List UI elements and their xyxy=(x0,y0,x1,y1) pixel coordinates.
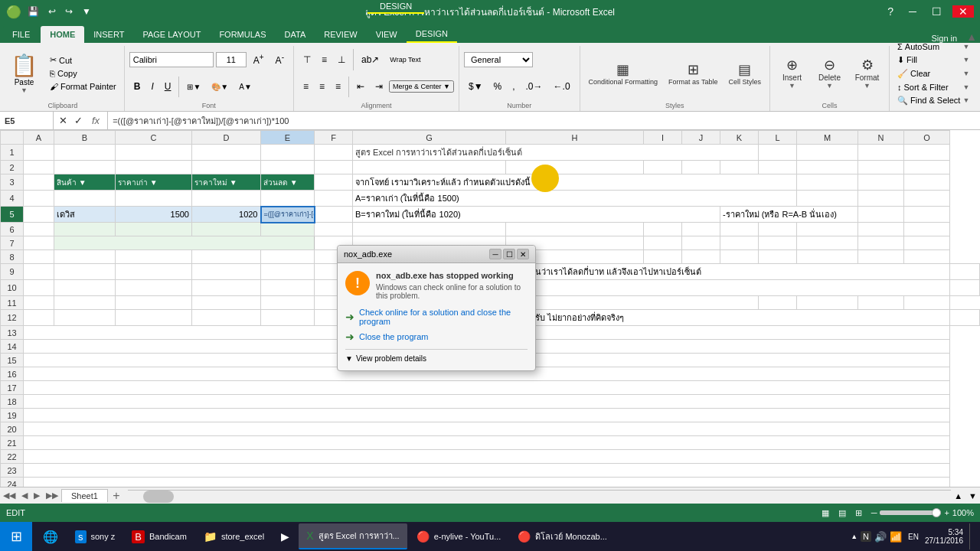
close-btn[interactable]: ✕ xyxy=(952,5,974,18)
redo-btn[interactable]: ↪ xyxy=(62,5,76,18)
dialog-minimize-btn[interactable]: ─ xyxy=(489,249,501,259)
col-header-k[interactable]: K xyxy=(720,131,759,145)
cell-f3[interactable] xyxy=(315,174,353,191)
cell-e3[interactable]: ส่วนลด ▼ xyxy=(261,174,315,191)
cell-i8[interactable] xyxy=(644,250,682,264)
col-header-g[interactable]: G xyxy=(353,131,506,145)
cell-l7[interactable] xyxy=(759,236,797,250)
dialog-link-2[interactable]: ➜ Close the program xyxy=(345,331,528,343)
scroll-sheets-right[interactable]: ▶▶ xyxy=(43,491,61,500)
cell-n7[interactable] xyxy=(858,236,904,250)
taskbar-item-excel[interactable]: X สูตร Excel การหาว่า... xyxy=(299,523,407,549)
dialog-footer[interactable]: ▼ View problem details xyxy=(345,354,528,363)
cell-e1[interactable] xyxy=(261,145,315,161)
cell-m2[interactable] xyxy=(797,161,858,174)
cut-button[interactable]: ✂ Cut xyxy=(47,54,119,67)
view-normal-btn[interactable]: ▦ xyxy=(822,508,829,518)
view-layout-btn[interactable]: ▤ xyxy=(838,508,846,518)
cell-c12[interactable] xyxy=(116,310,192,326)
tab-view[interactable]: VIEW xyxy=(367,26,407,43)
cell-c9[interactable] xyxy=(116,264,192,280)
conditional-formatting-btn[interactable]: ▦ Conditional Formatting xyxy=(585,60,662,86)
cell-o6[interactable] xyxy=(904,223,950,236)
cell-a3[interactable] xyxy=(24,174,54,191)
cell-c1[interactable] xyxy=(116,145,192,161)
cell-d8[interactable] xyxy=(192,250,261,264)
comma-btn[interactable]: , xyxy=(508,79,519,94)
name-box[interactable]: E5 xyxy=(0,112,54,129)
cell-h6[interactable] xyxy=(506,223,644,236)
format-btn[interactable]: ⚙ Format ▼ xyxy=(850,60,884,86)
tab-data[interactable]: DATA xyxy=(276,26,315,43)
dialog-restore-btn[interactable]: ☐ xyxy=(503,249,515,259)
taskbar-item-media[interactable]: ▶ xyxy=(273,523,297,549)
col-header-e[interactable]: E xyxy=(261,131,315,145)
customize-quick-btn[interactable]: ▼ xyxy=(79,5,94,18)
cell-f6[interactable] xyxy=(315,223,353,236)
cell-e8[interactable] xyxy=(261,250,315,264)
cell-d6[interactable] xyxy=(192,223,261,236)
cell-a11[interactable] xyxy=(24,296,54,310)
border-btn[interactable]: ⊞▼ xyxy=(182,80,205,93)
cell-m8[interactable] xyxy=(797,250,858,264)
cell-d4[interactable] xyxy=(192,191,261,207)
cell-l2[interactable] xyxy=(759,161,797,174)
cell-d3[interactable]: ราคาใหม่ ▼ xyxy=(192,174,261,191)
cell-l1[interactable] xyxy=(759,145,797,161)
align-top-btn[interactable]: ⊤ xyxy=(299,52,315,67)
zoom-in-btn[interactable]: + xyxy=(944,508,949,517)
decrease-decimal-btn[interactable]: ←.0 xyxy=(549,79,575,94)
cell-o11[interactable] xyxy=(904,296,950,310)
cell-d11[interactable] xyxy=(192,296,261,310)
speaker-icon[interactable]: 🔊 xyxy=(874,531,887,543)
up-arrow-icon[interactable]: ▲ xyxy=(851,533,858,540)
number-format-select[interactable]: General Number Currency Percentage xyxy=(464,52,533,67)
tab-design[interactable]: DESIGN xyxy=(407,26,457,43)
cell-m11[interactable] xyxy=(797,296,858,310)
cell-i2[interactable] xyxy=(644,161,682,174)
cell-k8[interactable] xyxy=(720,250,759,264)
scroll-sheets-left[interactable]: ◀◀ xyxy=(0,491,18,500)
align-center-btn[interactable]: ≡ xyxy=(315,79,329,94)
bold-btn[interactable]: B xyxy=(129,79,145,94)
cell-k5[interactable]: -ราคาใหม่ (หรือ R=A-B นั่นเอง) xyxy=(720,207,858,223)
cell-c8[interactable] xyxy=(116,250,192,264)
increase-decimal-btn[interactable]: .0→ xyxy=(521,79,547,94)
cell-b5[interactable]: เดวิส xyxy=(54,207,116,223)
clear-btn[interactable]: 🧹 Clear ▼ xyxy=(894,67,972,80)
cell-b12[interactable] xyxy=(54,310,116,326)
col-header-m[interactable]: M xyxy=(797,131,858,145)
italic-btn[interactable]: I xyxy=(146,79,158,94)
cell-n11[interactable] xyxy=(858,296,904,310)
cell-e6[interactable] xyxy=(261,223,315,236)
align-middle-btn[interactable]: ≡ xyxy=(317,52,332,67)
cell-d12[interactable] xyxy=(192,310,261,326)
cell-i6[interactable] xyxy=(644,223,682,236)
delete-btn[interactable]: ⊖ Delete ▼ xyxy=(812,60,847,86)
show-desktop-btn[interactable] xyxy=(969,523,974,549)
cell-f1[interactable] xyxy=(315,145,353,161)
cell-k2[interactable] xyxy=(720,161,759,174)
cell-styles-btn[interactable]: ▤ Cell Styles xyxy=(724,60,765,86)
cell-g2[interactable] xyxy=(353,161,506,174)
cell-c2[interactable] xyxy=(116,161,192,174)
cell-m7[interactable] xyxy=(797,236,858,250)
taskbar-item-sony[interactable]: s sony z xyxy=(67,523,122,549)
scroll-right-btn[interactable]: ▶ xyxy=(31,491,43,500)
autosum-btn[interactable]: Σ AutoSum ▼ xyxy=(894,41,972,53)
confirm-formula-btn[interactable]: ✓ xyxy=(72,115,85,126)
taskbar-item-ie[interactable]: 🌐 xyxy=(35,523,66,549)
increase-font-btn[interactable]: A+ xyxy=(249,51,269,68)
cell-l8[interactable] xyxy=(759,250,797,264)
cell-e2[interactable] xyxy=(261,161,315,174)
col-header-n[interactable]: N xyxy=(858,131,904,145)
cell-d9[interactable] xyxy=(192,264,261,280)
tab-insert[interactable]: INSERT xyxy=(84,26,133,43)
formula-input[interactable]: =(([@ราคาเก่า]-[@ราคาใหม่])/[@ราคาเก่า])… xyxy=(108,114,980,128)
cell-j6[interactable] xyxy=(682,223,720,236)
cell-n6[interactable] xyxy=(858,223,904,236)
find-select-btn[interactable]: 🔍 Find & Select ▼ xyxy=(894,94,972,107)
start-button[interactable]: ⊞ xyxy=(0,522,32,551)
cell-b1[interactable] xyxy=(54,145,116,161)
taskbar-item-store[interactable]: 📁 store_excel xyxy=(196,523,272,549)
